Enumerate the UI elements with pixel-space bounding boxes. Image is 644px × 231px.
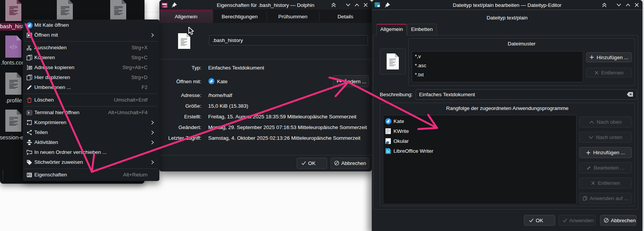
svg-text:</>: </> [10,44,17,50]
